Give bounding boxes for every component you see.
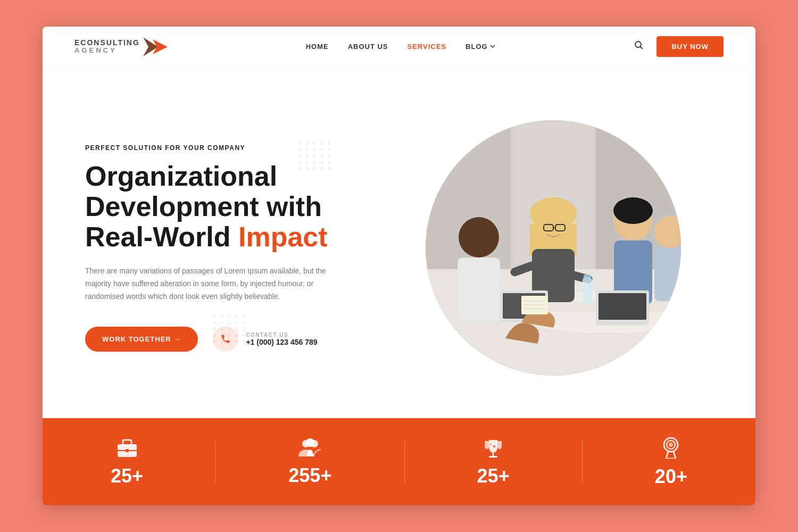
stat-number-projects: 25+	[111, 467, 143, 486]
hero-right	[383, 120, 724, 376]
svg-point-2	[635, 41, 641, 47]
nav-about[interactable]: ABOUT US	[348, 43, 388, 51]
office-scene-svg	[426, 120, 681, 376]
nav-home[interactable]: HOME	[306, 43, 329, 51]
contact-label: CONTACT US	[246, 332, 317, 338]
buy-now-button[interactable]: BUY NOW	[656, 36, 724, 57]
hero-description: There are many variations of passages of…	[85, 265, 330, 303]
svg-rect-45	[489, 456, 497, 458]
svg-marker-0	[143, 37, 158, 56]
hero-title: OrganizationalDevelopment withReal-World…	[85, 161, 362, 253]
nav-right: BUY NOW	[632, 36, 724, 57]
svg-rect-26	[654, 248, 681, 301]
stat-item-awards: 25+	[477, 438, 510, 486]
svg-line-50	[666, 451, 668, 459]
hero-section: PERFECT SOLUTION FOR YOUR COMPANY Organi…	[43, 67, 755, 418]
stat-item-recognition: 20+	[655, 437, 687, 486]
stat-number-recognition: 20+	[655, 467, 687, 486]
nav-blog[interactable]: BLOG	[466, 43, 495, 51]
briefcase-icon	[117, 438, 138, 462]
stat-item-clients: 255+	[288, 438, 331, 485]
hero-circle-image	[426, 120, 681, 376]
stats-banner: 25+ 255+	[43, 418, 755, 505]
svg-point-43	[306, 438, 314, 447]
svg-rect-40	[126, 449, 129, 452]
svg-rect-28	[598, 293, 646, 320]
svg-point-46	[493, 445, 495, 447]
logo-arrow-icon	[143, 37, 169, 56]
trophy-icon	[483, 438, 504, 462]
stat-number-awards: 25+	[477, 467, 510, 486]
nav-services[interactable]: SERVICES	[408, 43, 447, 51]
people-icon	[298, 438, 322, 462]
work-together-button[interactable]: WORK TOGETHER →	[85, 327, 198, 352]
search-button[interactable]	[632, 38, 646, 55]
svg-rect-32	[584, 275, 591, 280]
stat-divider-1	[215, 440, 216, 483]
stat-divider-3	[582, 440, 583, 483]
award-icon	[661, 437, 681, 463]
logo-econsulting: ECONSULTING	[74, 39, 140, 47]
chevron-down-icon	[490, 45, 495, 48]
stat-divider-2	[404, 440, 405, 483]
logo-text: ECONSULTING AGENCY	[74, 39, 140, 55]
dot-decoration-2	[213, 315, 247, 344]
contact-number: +1 (000) 123 456 789	[246, 338, 317, 346]
dot-decoration-1	[298, 142, 332, 170]
stat-item-projects: 25+	[111, 438, 143, 486]
search-icon	[634, 40, 644, 50]
contact-text-group: CONTACT US +1 (000) 123 456 789	[246, 332, 317, 346]
navbar: ECONSULTING AGENCY HOME ABOUT US SERVICE…	[43, 27, 755, 67]
svg-line-51	[674, 451, 676, 459]
svg-point-24	[613, 197, 653, 224]
stat-number-clients: 255+	[288, 466, 331, 485]
svg-point-47	[490, 444, 492, 445]
logo: ECONSULTING AGENCY	[74, 37, 169, 56]
logo-agency: AGENCY	[74, 47, 140, 54]
svg-line-3	[641, 47, 643, 49]
svg-rect-31	[583, 277, 592, 304]
svg-point-11	[459, 217, 499, 257]
browser-window: ECONSULTING AGENCY HOME ABOUT US SERVICE…	[43, 27, 755, 505]
nav-links: HOME ABOUT US SERVICES BLOG	[306, 43, 495, 51]
hero-title-highlight: Impact	[238, 221, 328, 252]
svg-point-53	[669, 443, 673, 447]
svg-rect-12	[458, 257, 500, 321]
